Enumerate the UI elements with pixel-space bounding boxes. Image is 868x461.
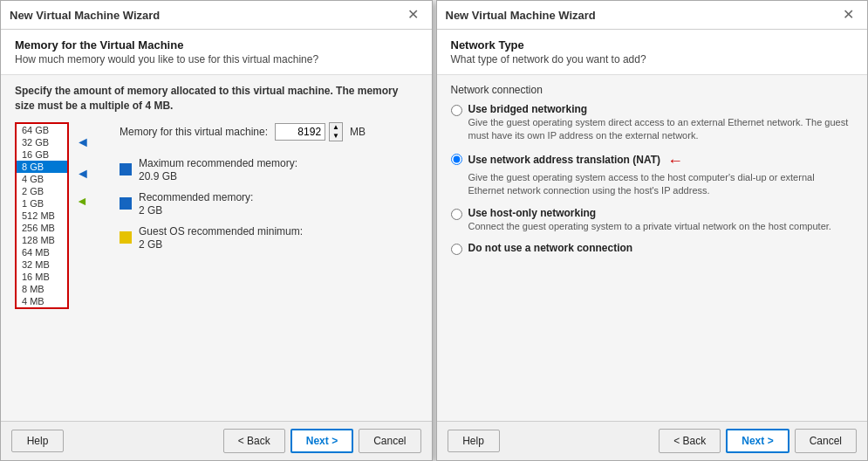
recommended-row: Recommended memory: 2 GB bbox=[120, 191, 418, 217]
memory-list[interactable]: 64 GB32 GB16 GB8 GB4 GB2 GB1 GB512 MB256… bbox=[15, 122, 69, 309]
memory-list-item[interactable]: 8 MB bbox=[17, 283, 67, 295]
right-cancel-button[interactable]: Cancel bbox=[795, 429, 857, 453]
left-body: Specify the amount of memory allocated t… bbox=[1, 75, 432, 421]
left-title: New Virtual Machine Wizard bbox=[10, 9, 160, 22]
memory-list-item[interactable]: 256 MB bbox=[17, 222, 67, 234]
spin-buttons: ▲ ▼ bbox=[329, 122, 343, 141]
memory-input-label: Memory for this virtual machine: bbox=[120, 126, 268, 138]
radio-bridged[interactable] bbox=[451, 105, 462, 116]
left-help-button[interactable]: Help bbox=[11, 430, 64, 452]
nat-arrow-icon: ← bbox=[667, 152, 683, 170]
right-help-button[interactable]: Help bbox=[448, 430, 500, 452]
memory-list-item[interactable]: 4 GB bbox=[17, 173, 67, 185]
intro-text: Specify the amount of memory allocated t… bbox=[15, 84, 418, 114]
recommended-info: Recommended memory: 2 GB bbox=[139, 191, 253, 217]
memory-info-column: Memory for this virtual machine: 8192 ▲ … bbox=[120, 122, 418, 259]
right-titlebar: New Virtual Machine Wizard ✕ bbox=[437, 1, 868, 30]
left-dialog: New Virtual Machine Wizard ✕ Memory for … bbox=[0, 0, 433, 461]
left-footer-right: < Back Next > Cancel bbox=[223, 429, 421, 453]
left-cancel-button[interactable]: Cancel bbox=[359, 429, 420, 453]
max-recommended-label: Maximum recommended memory: bbox=[139, 157, 297, 169]
guest-min-info: Guest OS recommended minimum: 2 GB bbox=[139, 225, 303, 251]
network-option-label-hostonly: Use host-only networking bbox=[468, 207, 597, 219]
rec-arrow-icon: ◄ bbox=[76, 194, 88, 208]
max-recommended-row: Maximum recommended memory: 20.9 GB bbox=[120, 157, 418, 182]
memory-slider-column: 64 GB32 GB16 GB8 GB4 GB2 GB1 GB512 MB256… bbox=[15, 122, 69, 309]
network-option-label-nonet: Do not use a network connection bbox=[468, 242, 633, 254]
right-next-button[interactable]: Next > bbox=[726, 429, 789, 453]
network-option-desc-bridged: Give the guest operating system direct a… bbox=[468, 116, 854, 143]
max-recommended-info: Maximum recommended memory: 20.9 GB bbox=[139, 157, 297, 182]
memory-list-item[interactable]: 512 MB bbox=[17, 210, 67, 222]
left-header: Memory for the Virtual Machine How much … bbox=[1, 30, 432, 75]
left-back-button[interactable]: < Back bbox=[223, 429, 285, 453]
memory-list-item[interactable]: 2 GB bbox=[17, 185, 67, 197]
memory-list-item[interactable]: 32 GB bbox=[17, 136, 67, 148]
left-close-button[interactable]: ✕ bbox=[403, 6, 423, 24]
spin-down-button[interactable]: ▼ bbox=[330, 132, 342, 141]
max-arrow-icon: ◄ bbox=[76, 134, 90, 150]
radio-nonet[interactable] bbox=[451, 244, 462, 255]
memory-input-row: Memory for this virtual machine: 8192 ▲ … bbox=[120, 122, 418, 141]
max-color-square bbox=[120, 163, 132, 175]
selected-arrow-icon: ◄ bbox=[76, 166, 90, 182]
network-options: Use bridged networkingGive the guest ope… bbox=[451, 103, 854, 255]
max-recommended-value: 20.9 GB bbox=[139, 170, 297, 182]
right-dialog: New Virtual Machine Wizard ✕ Network Typ… bbox=[436, 0, 869, 461]
left-footer: Help < Back Next > Cancel bbox=[1, 421, 432, 460]
left-heading: Memory for the Virtual Machine bbox=[15, 38, 418, 52]
recommended-value: 2 GB bbox=[139, 204, 253, 217]
memory-list-item[interactable]: 32 MB bbox=[17, 258, 67, 271]
right-footer: Help < Back Next > Cancel bbox=[437, 421, 868, 460]
recommended-label: Recommended memory: bbox=[139, 191, 253, 203]
network-option-label-nat: Use network address translation (NAT)← bbox=[468, 154, 684, 166]
memory-list-item[interactable]: 1 GB bbox=[17, 197, 67, 210]
network-option-label-bridged: Use bridged networking bbox=[468, 103, 588, 115]
memory-list-item[interactable]: 8 GB bbox=[17, 161, 67, 173]
right-header: Network Type What type of network do you… bbox=[437, 30, 868, 75]
memory-list-item[interactable]: 64 MB bbox=[17, 246, 67, 258]
right-footer-right: < Back Next > Cancel bbox=[659, 429, 857, 453]
right-heading: Network Type bbox=[451, 38, 854, 52]
memory-list-item[interactable]: 64 GB bbox=[17, 124, 67, 136]
radio-nat[interactable] bbox=[451, 154, 462, 165]
right-close-button[interactable]: ✕ bbox=[838, 6, 858, 24]
network-option-desc-hostonly: Connect the guest operating system to a … bbox=[468, 220, 831, 233]
left-subheading: How much memory would you like to use fo… bbox=[15, 53, 418, 65]
radio-hostonly[interactable] bbox=[451, 209, 462, 220]
memory-layout: 64 GB32 GB16 GB8 GB4 GB2 GB1 GB512 MB256… bbox=[15, 122, 418, 309]
guest-min-row: Guest OS recommended minimum: 2 GB bbox=[120, 225, 418, 251]
left-next-button[interactable]: Next > bbox=[290, 429, 353, 453]
right-subheading: What type of network do you want to add? bbox=[451, 53, 854, 65]
guest-color-square bbox=[120, 231, 132, 244]
memory-value-input[interactable]: 8192 bbox=[275, 123, 325, 141]
guest-min-value: 2 GB bbox=[139, 238, 303, 251]
network-option-hostonly: Use host-only networkingConnect the gues… bbox=[451, 207, 854, 233]
memory-list-item[interactable]: 16 GB bbox=[17, 148, 67, 161]
left-titlebar: New Virtual Machine Wizard ✕ bbox=[1, 1, 432, 30]
right-body: Network connection Use bridged networkin… bbox=[437, 75, 868, 421]
spin-up-button[interactable]: ▲ bbox=[330, 123, 342, 132]
rec-color-square bbox=[120, 197, 132, 210]
right-title: New Virtual Machine Wizard bbox=[446, 9, 596, 22]
right-back-button[interactable]: < Back bbox=[659, 429, 721, 453]
network-option-nonet: Do not use a network connection bbox=[451, 242, 854, 255]
mb-label: MB bbox=[350, 126, 366, 138]
intro-bold: 4 MB. bbox=[145, 100, 173, 112]
network-option-nat: Use network address translation (NAT)←Gi… bbox=[451, 152, 854, 198]
network-section-title: Network connection bbox=[451, 84, 854, 96]
guest-min-label: Guest OS recommended minimum: bbox=[139, 225, 303, 237]
memory-list-item[interactable]: 4 MB bbox=[17, 295, 67, 307]
network-option-desc-nat: Give the guest operating system access t… bbox=[468, 171, 854, 198]
network-option-bridged: Use bridged networkingGive the guest ope… bbox=[451, 103, 854, 143]
arrows-column: ◄ ◄ ◄ bbox=[76, 122, 92, 127]
memory-list-item[interactable]: 16 MB bbox=[17, 271, 67, 283]
memory-list-item[interactable]: 128 MB bbox=[17, 234, 67, 246]
